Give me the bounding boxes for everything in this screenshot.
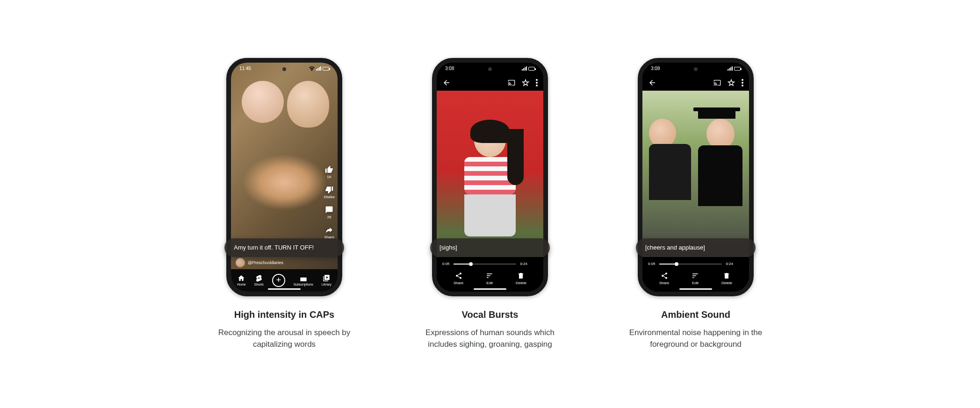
clock: 11:45 [239, 66, 251, 71]
delete-button[interactable]: Delete [721, 272, 732, 285]
nav-create[interactable]: + [272, 274, 285, 287]
svg-point-4 [742, 82, 743, 84]
channel-info[interactable]: @Preschooldiaries [236, 258, 283, 267]
home-indicator[interactable] [679, 288, 712, 290]
svg-point-1 [536, 82, 538, 84]
nav-subscriptions[interactable]: Subscriptions [294, 274, 313, 286]
time-total: 0:24 [520, 262, 527, 266]
feature-title: Vocal Bursts [462, 309, 519, 320]
signal-icon [522, 66, 527, 71]
svg-point-0 [536, 79, 538, 81]
feature-title: Ambient Sound [661, 309, 730, 320]
battery-icon [323, 67, 329, 71]
camera-notch [282, 67, 286, 71]
nav-shorts[interactable]: Shorts [254, 274, 264, 286]
column-3: 3:08 [619, 58, 773, 351]
shorts-actions: 1K Dislike 26 Share [324, 165, 335, 239]
player-controls: 0:05 0:24 Share Edit Delete [437, 257, 543, 292]
svg-point-2 [536, 85, 538, 86]
svg-point-5 [742, 85, 743, 86]
player-controls: 0:05 0:24 Share Edit Delete [642, 257, 749, 292]
back-icon[interactable] [648, 79, 656, 87]
signal-icon [316, 66, 321, 71]
clock: 3:08 [445, 66, 454, 71]
clock: 3:08 [651, 66, 660, 71]
scrubber[interactable]: 0:05 0:24 [442, 261, 538, 267]
avatar [236, 258, 245, 267]
showcase-row: 11:45 1K Dislike 26 Share [207, 58, 773, 351]
home-indicator[interactable] [268, 288, 301, 290]
back-icon[interactable] [442, 79, 451, 87]
top-bar [642, 75, 749, 91]
scrubber[interactable]: 0:05 0:24 [648, 261, 743, 267]
caption-bubble: Amy turn it off. TURN IT OFF! [224, 238, 344, 257]
caption-bubble: [cheers and applause] [636, 238, 756, 257]
star-icon[interactable] [522, 79, 529, 86]
comment-button[interactable]: 26 [324, 206, 335, 219]
phone-frame-1: 11:45 1K Dislike 26 Share [226, 58, 342, 296]
edit-button[interactable]: Edit [692, 272, 699, 285]
edit-button[interactable]: Edit [486, 272, 493, 285]
feature-desc: Expressions of human sounds which includ… [413, 327, 567, 351]
home-indicator[interactable] [474, 288, 506, 290]
share-button[interactable]: Share [659, 272, 669, 285]
volume-icon[interactable] [737, 261, 743, 267]
battery-icon [734, 67, 741, 71]
like-button[interactable]: 1K [324, 165, 335, 179]
svg-point-3 [742, 79, 743, 81]
nav-library[interactable]: Library [322, 274, 331, 286]
channel-handle: @Preschooldiaries [248, 260, 283, 265]
delete-button[interactable]: Delete [516, 272, 526, 285]
time-current: 0:05 [442, 262, 450, 266]
wifi-icon [515, 66, 520, 71]
feature-title: High intensity in CAPs [234, 309, 334, 320]
wifi-icon [721, 66, 726, 71]
dislike-button[interactable]: Dislike [324, 186, 335, 199]
wifi-icon [309, 66, 315, 71]
video-content[interactable] [231, 63, 338, 292]
share-button[interactable]: Share [454, 272, 463, 285]
screen-3: 3:08 [642, 63, 749, 292]
cast-icon[interactable] [713, 79, 721, 86]
column-2: 3:08 [413, 58, 567, 351]
cast-icon[interactable] [508, 79, 515, 86]
time-total: 0:24 [726, 262, 733, 266]
feature-desc: Environmental noise happening in the for… [619, 327, 773, 351]
more-icon[interactable] [742, 79, 743, 86]
more-icon[interactable] [536, 79, 538, 86]
signal-icon [728, 66, 733, 71]
screen-1: 11:45 1K Dislike 26 Share [231, 63, 338, 292]
volume-icon[interactable] [531, 261, 538, 267]
battery-icon [528, 67, 535, 71]
nav-home[interactable]: Home [237, 274, 246, 286]
camera-notch [488, 67, 492, 71]
star-icon[interactable] [728, 79, 735, 86]
feature-desc: Recognizing the arousal in speech by cap… [207, 327, 361, 351]
top-bar [437, 75, 543, 91]
column-1: 11:45 1K Dislike 26 Share [207, 58, 361, 351]
caption-bubble: [sighs] [430, 238, 550, 257]
camera-notch [694, 67, 698, 71]
share-button[interactable]: Share [324, 226, 335, 239]
time-current: 0:05 [648, 262, 656, 266]
phone-frame-2: 3:08 [432, 58, 548, 296]
screen-2: 3:08 [437, 63, 543, 292]
phone-frame-3: 3:08 [638, 58, 754, 296]
